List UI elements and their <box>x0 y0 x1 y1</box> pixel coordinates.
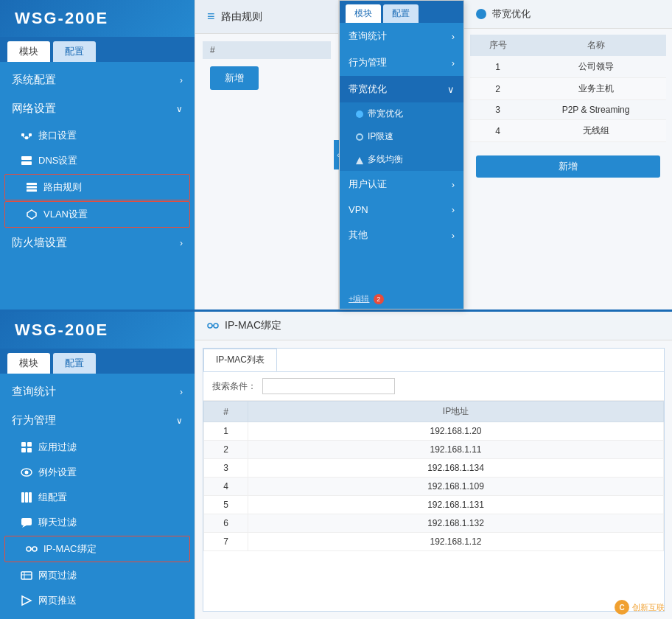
nav-item-label: VLAN设置 <box>43 208 88 221</box>
svg-rect-11 <box>21 442 26 447</box>
ip-mac-list-tab[interactable]: IP-MAC列表 <box>203 349 277 371</box>
table-row: 3192.168.1.134 <box>204 459 664 478</box>
nav-behavior-mgmt-bottom[interactable]: 行为管理 ∨ <box>0 406 195 435</box>
svg-rect-14 <box>27 448 32 452</box>
cell-id: 6 <box>204 514 248 533</box>
tab-module-top-left[interactable]: 模块 <box>7 41 50 62</box>
nav-bandwidth-opt-bottom[interactable]: 带宽优化 › <box>0 613 195 619</box>
dropdown-tabs: 模块 配置 <box>340 1 463 23</box>
cell-ip: 192.168.1.20 <box>248 422 664 441</box>
nav-interface-settings[interactable]: 接口设置 <box>0 123 195 148</box>
table-row: 4无线组 <box>470 120 666 142</box>
tab-module-dropdown[interactable]: 模块 <box>346 4 381 23</box>
vlan-icon <box>26 209 38 220</box>
dropdown-footer[interactable]: +编辑 2 <box>340 289 463 309</box>
nav-network-settings[interactable]: 网络设置 ∨ <box>0 94 195 123</box>
nav-label: 系统配置 <box>12 73 56 87</box>
bottom-left-nav: 查询统计 › 行为管理 ∨ 应用过滤 例外设置 组配置 聊天过 <box>0 374 195 619</box>
nav-firewall-settings[interactable]: 防火墙设置 › <box>0 228 195 257</box>
top-middle-content: # 新增 <box>195 34 338 310</box>
svg-rect-18 <box>25 492 28 503</box>
nav-label: VPN <box>349 204 368 215</box>
dropdown-vpn[interactable]: VPN › <box>340 197 463 222</box>
circle-icon <box>356 111 363 118</box>
svg-rect-19 <box>29 492 32 503</box>
nav-route-rules[interactable]: 路由规则 <box>4 174 190 200</box>
bandwidth-circle-icon <box>476 9 486 19</box>
col-id: 序号 <box>470 35 525 56</box>
nav-vlan-settings[interactable]: VLAN设置 <box>4 201 190 228</box>
nav-label: 查询统计 <box>12 385 56 399</box>
top-left-tabs: 模块 配置 <box>0 37 195 62</box>
dropdown-user-auth[interactable]: 用户认证 › <box>340 171 463 197</box>
nav-item-label: 应用过滤 <box>38 441 77 454</box>
dropdown-other[interactable]: 其他 › <box>340 222 463 248</box>
bandwidth-title: 带宽优化 <box>492 7 531 21</box>
svg-rect-5 <box>21 156 32 160</box>
nav-chat-filter[interactable]: 聊天过滤 <box>0 510 195 535</box>
arrow-icon: ∨ <box>447 84 455 95</box>
nav-web-push[interactable]: 网页推送 <box>0 588 195 613</box>
nav-ip-mac-bind[interactable]: IP-MAC绑定 <box>4 536 190 562</box>
col-name: 名称 <box>525 35 666 56</box>
ip-mac-tab-bar: IP-MAC列表 <box>203 349 664 372</box>
network-icon <box>21 130 32 141</box>
search-input[interactable] <box>262 378 395 394</box>
triangle-icon <box>356 156 363 164</box>
nav-item-label: 网页过滤 <box>38 569 77 582</box>
table-header: # <box>203 41 331 59</box>
dropdown-multiline-balance[interactable]: 多线均衡 <box>340 148 463 171</box>
nav-item-label: 组配置 <box>38 491 67 504</box>
nav-system-config[interactable]: 系统配置 › <box>0 66 195 94</box>
nav-query-stats-bottom[interactable]: 查询统计 › <box>0 377 195 406</box>
tab-module-bottom-left[interactable]: 模块 <box>7 353 50 374</box>
cell-id: 4 <box>204 478 248 496</box>
add-route-button[interactable]: 新增 <box>210 66 259 90</box>
edit-link: +编辑 <box>349 294 369 303</box>
svg-rect-25 <box>21 572 32 579</box>
nav-dns-settings[interactable]: DNS设置 <box>0 148 195 173</box>
watermark-text: 创新互联 <box>632 602 665 613</box>
tab-config-dropdown[interactable]: 配置 <box>383 4 419 23</box>
dropdown-bandwidth-opt[interactable]: 带宽优化 ∨ <box>340 76 463 102</box>
ip-mac-box: IP-MAC列表 搜索条件： # IP地址 1192.168.1.202192.… <box>203 348 665 612</box>
nav-item-label: DNS设置 <box>38 154 77 167</box>
nav-group-config[interactable]: 组配置 <box>0 485 195 510</box>
nav-app-filter[interactable]: 应用过滤 <box>0 435 195 460</box>
svg-rect-17 <box>21 492 24 503</box>
bottom-right-header: IP-MAC绑定 <box>195 312 672 340</box>
nav-item-label: IP-MAC绑定 <box>43 542 97 556</box>
cell-name: 业务主机 <box>525 78 666 100</box>
nav-exception-settings[interactable]: 例外设置 <box>0 460 195 485</box>
nav-item-label: 带宽优化 <box>368 108 403 120</box>
ip-mac-title: IP-MAC绑定 <box>225 319 281 332</box>
tab-config-bottom-left[interactable]: 配置 <box>53 353 96 374</box>
cell-name: 公司领导 <box>525 56 666 78</box>
cell-ip: 192.168.1.132 <box>248 514 664 533</box>
arrow-icon: ∨ <box>176 416 183 426</box>
table-row: 6192.168.1.132 <box>204 514 664 533</box>
col-hash: # <box>210 45 215 55</box>
svg-rect-8 <box>27 186 37 189</box>
svg-rect-0 <box>21 133 24 136</box>
svg-marker-28 <box>22 596 31 605</box>
add-bandwidth-button[interactable]: 新增 <box>476 155 660 178</box>
bottom-right-panel: IP-MAC绑定 IP-MAC列表 搜索条件： # IP地址 <box>195 312 672 619</box>
dropdown-query-stats[interactable]: 查询统计 › <box>340 23 463 49</box>
dropdown-ip-speed[interactable]: IP限速 <box>340 125 463 148</box>
cell-id: 3 <box>204 459 248 478</box>
cell-ip: 192.168.1.12 <box>248 533 664 551</box>
cell-name: 无线组 <box>525 120 666 142</box>
web-icon <box>21 570 32 581</box>
dropdown-behavior-mgmt[interactable]: 行为管理 › <box>340 49 463 76</box>
cell-name: P2P & Streaming <box>525 100 666 120</box>
nav-label: 其他 <box>349 228 368 242</box>
col-ip: IP地址 <box>248 402 664 422</box>
top-right-header: 带宽优化 <box>464 0 672 29</box>
tab-config-top-left[interactable]: 配置 <box>53 41 96 62</box>
dropdown-bandwidth-opt-sub[interactable]: 带宽优化 <box>340 102 463 125</box>
nav-web-filter[interactable]: 网页过滤 <box>0 563 195 588</box>
bottom-left-tabs: 模块 配置 <box>0 349 195 374</box>
table-row: 2192.168.1.11 <box>204 441 664 459</box>
svg-point-23 <box>32 547 37 551</box>
